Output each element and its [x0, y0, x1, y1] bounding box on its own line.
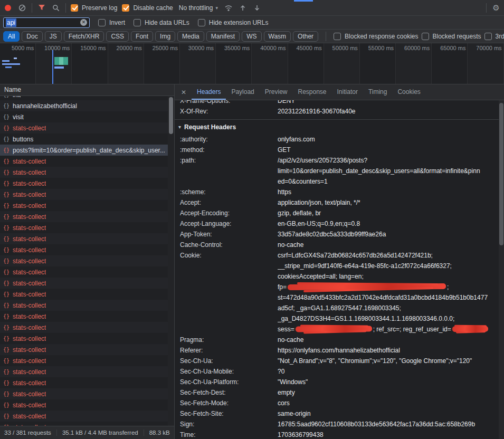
- request-row[interactable]: {}visit: [0, 111, 168, 122]
- filter-input[interactable]: api ✕: [3, 17, 90, 28]
- filter-toggle-button[interactable]: [37, 3, 46, 13]
- hide-extension-urls-toggle[interactable]: Hide extension URLs: [198, 19, 269, 26]
- tab-response[interactable]: Response: [292, 84, 331, 100]
- request-name: stats-collect: [13, 368, 46, 376]
- import-har-button[interactable]: [238, 3, 248, 13]
- request-row[interactable]: {}stats-collect: [0, 211, 168, 222]
- type-filter-font[interactable]: Font: [131, 31, 153, 42]
- request-row[interactable]: {}stats-collect: [0, 122, 168, 133]
- type-filter-fetch-xhr[interactable]: Fetch/XHR: [64, 31, 104, 42]
- request-row[interactable]: {}stats-collect: [0, 422, 168, 426]
- request-headers-section[interactable]: ▾Request Headers: [175, 120, 499, 134]
- header-value-line: gzip, deflate, br: [278, 208, 499, 218]
- request-row[interactable]: {}stats-collect: [0, 411, 168, 422]
- request-row[interactable]: {}stats-collect: [0, 344, 168, 355]
- request-row[interactable]: {}stats-collect: [0, 388, 168, 399]
- disable-cache-toggle[interactable]: Disable cache: [122, 4, 173, 12]
- search-button[interactable]: [51, 3, 61, 13]
- header-row: Sec-Ch-Ua-Mobile:?0: [175, 366, 499, 377]
- request-row[interactable]: {}stats-collect: [0, 300, 168, 311]
- type-filter-wasm[interactable]: Wasm: [264, 31, 291, 42]
- request-row[interactable]: {}stats-collect: [0, 266, 168, 278]
- request-row[interactable]: {}stats-collect: [0, 399, 168, 411]
- header-value-line: en-GB,en-US;q=0.9,en;q=0.8: [278, 218, 499, 229]
- third-party-requests-label: 3rd-party requests: [496, 33, 504, 40]
- request-row[interactable]: {}stats-collect: [0, 278, 168, 289]
- timeline-tick: 45000 ms: [288, 43, 324, 84]
- network-conditions-button[interactable]: [224, 3, 233, 13]
- request-row[interactable]: {}hannahelizabethofficial: [0, 100, 168, 111]
- tab-payload[interactable]: Payload: [226, 84, 259, 100]
- request-name: stats-collect: [13, 125, 46, 132]
- close-icon[interactable]: ✕: [175, 89, 192, 96]
- request-row[interactable]: {}stats-collect: [0, 244, 168, 255]
- header-value: csrf=LdfcGX4Sa72db06824c657db26a5d142472…: [278, 250, 499, 335]
- request-row[interactable]: {}stats-collect: [0, 355, 168, 366]
- request-row[interactable]: {}stats-collect: [0, 222, 168, 233]
- request-row[interactable]: {}stats-collect: [0, 200, 168, 211]
- request-row[interactable]: {}buttons: [0, 133, 168, 145]
- header-value-line: https://onlyfans.com/hannahelizabethoffi…: [278, 345, 499, 356]
- request-row[interactable]: {}stats-collect: [0, 178, 168, 189]
- header-value-text: DENY: [278, 100, 295, 104]
- request-row[interactable]: {}stats-collect: [0, 333, 168, 344]
- name-column-header[interactable]: Name: [0, 84, 174, 96]
- third-party-requests-toggle[interactable]: 3rd-party requests: [484, 33, 504, 40]
- type-filter-js[interactable]: JS: [45, 31, 62, 42]
- hide-data-urls-toggle[interactable]: Hide data URLs: [134, 19, 189, 26]
- script-icon: {}: [3, 136, 9, 142]
- request-name: stats-collect: [13, 335, 46, 342]
- request-row[interactable]: {}stats-collect: [0, 322, 168, 333]
- clear-filter-icon[interactable]: ✕: [80, 19, 87, 26]
- type-filter-ws[interactable]: WS: [242, 31, 261, 42]
- tab-headers[interactable]: Headers: [192, 84, 226, 100]
- request-row[interactable]: {}stats-collect: [0, 255, 168, 266]
- header-value-line: 33d57ade8c02dbc5a333db99ff9ae26a: [278, 229, 499, 240]
- script-icon: {}: [3, 402, 9, 408]
- type-filter-css[interactable]: CSS: [106, 31, 129, 42]
- request-row[interactable]: {}init: [0, 96, 168, 100]
- export-har-button[interactable]: [252, 3, 262, 13]
- blocked-response-cookies-toggle[interactable]: Blocked response cookies: [334, 33, 418, 40]
- request-row[interactable]: {}stats-collect: [0, 289, 168, 300]
- type-filter-manifest[interactable]: Manifest: [206, 31, 240, 42]
- request-name: init: [13, 96, 21, 99]
- details-scrollbar[interactable]: [499, 100, 504, 439]
- clear-button[interactable]: [17, 3, 27, 13]
- request-row[interactable]: {}stats-collect: [0, 377, 168, 388]
- requests-scrollbar[interactable]: [168, 96, 174, 426]
- checkbox-unchecked-icon: [198, 19, 205, 26]
- throttling-dropdown[interactable]: No throttling ▾: [178, 4, 219, 12]
- type-filter-doc[interactable]: Doc: [22, 31, 42, 42]
- tab-preview[interactable]: Preview: [260, 84, 293, 100]
- invert-toggle[interactable]: Invert: [98, 19, 125, 26]
- timeline-overview[interactable]: 5000 ms10000 ms15000 ms20000 ms25000 ms3…: [0, 43, 504, 84]
- scrollbar-thumb[interactable]: [169, 97, 173, 134]
- timeline-tick: 50000 ms: [324, 43, 360, 84]
- script-icon: {}: [3, 347, 9, 352]
- preserve-log-toggle[interactable]: Preserve log: [71, 4, 117, 12]
- scrollbar-thumb[interactable]: [499, 103, 503, 245]
- script-icon: {}: [3, 269, 9, 275]
- request-row[interactable]: {}stats-collect: [0, 156, 168, 167]
- blocked-requests-toggle[interactable]: Blocked requests: [422, 33, 481, 40]
- blocked-requests-label: Blocked requests: [433, 33, 481, 40]
- record-button[interactable]: [3, 3, 13, 13]
- tab-timing[interactable]: Timing: [363, 84, 393, 100]
- request-row[interactable]: {}posts?limit=10&order=publish_date_desc…: [0, 145, 168, 156]
- header-value-line: ad5cf; _ga=GA1.1.689275447.1698003345;: [278, 303, 499, 313]
- requests-panel: Name {}init{}hannahelizabethofficial{}vi…: [0, 84, 174, 439]
- tab-cookies[interactable]: Cookies: [392, 84, 425, 100]
- type-filter-other[interactable]: Other: [293, 31, 318, 42]
- type-filter-all[interactable]: All: [3, 31, 20, 42]
- settings-gear-icon[interactable]: ⚙: [491, 3, 501, 13]
- header-value: onlyfans.com: [278, 134, 499, 145]
- request-row[interactable]: {}stats-collect: [0, 233, 168, 244]
- request-row[interactable]: {}stats-collect: [0, 366, 168, 377]
- request-row[interactable]: {}stats-collect: [0, 167, 168, 178]
- type-filter-media[interactable]: Media: [177, 31, 204, 42]
- type-filter-img[interactable]: Img: [155, 31, 175, 42]
- tab-initiator[interactable]: Initiator: [332, 84, 363, 100]
- request-row[interactable]: {}stats-collect: [0, 189, 168, 200]
- request-row[interactable]: {}stats-collect: [0, 311, 168, 322]
